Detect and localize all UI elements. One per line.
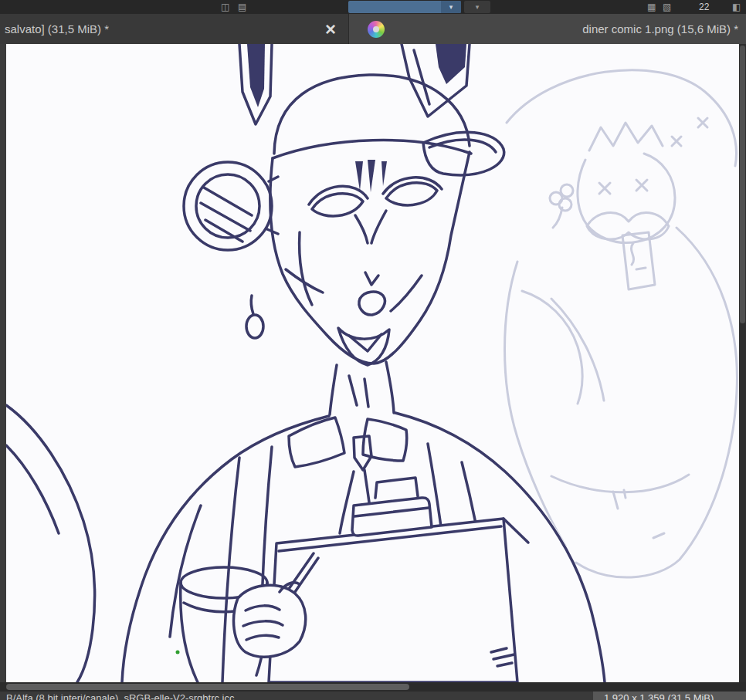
toolbar-value[interactable]: 22 [699,1,709,13]
tab-document-saved[interactable]: salvato] (31,5 MiB) * × [0,14,349,44]
close-icon[interactable]: × [319,21,342,38]
canvas-left-gutter [0,44,6,682]
canvas-area [0,44,746,682]
cursor-dot [176,651,180,654]
grid-icon[interactable]: ◫ [221,1,229,13]
vertical-scrollbar[interactable] [739,44,746,682]
color-wheel-icon [368,21,385,38]
corner-icon[interactable]: ◧ [732,1,741,13]
vertical-scrollbar-thumb[interactable] [740,46,745,323]
brush-icon[interactable]: ▦ [647,1,656,13]
status-bar: B/Alfa (8 bit interi/canale) sRGB-elle-V… [0,692,746,700]
canvas[interactable] [6,44,739,682]
toolbar: ◫ ▤ ▾ ▾ ▦ ▧ 22 ◧ [0,0,746,14]
chevron-down-icon[interactable]: ▾ [441,1,461,13]
tab-document-diner-comic[interactable]: diner comic 1.png (15,6 MiB) * [349,14,746,44]
small-dropdown[interactable]: ▾ [464,1,490,13]
swatch-icon[interactable]: ▧ [663,1,671,13]
image-dimensions[interactable]: 1.920 x 1.359 (31,5 MiB) [593,692,746,700]
horizontal-scrollbar-thumb[interactable] [6,684,409,690]
artwork [6,44,739,682]
horizontal-scrollbar[interactable] [0,682,746,692]
color-profile-info: B/Alfa (8 bit interi/canale) sRGB-elle-V… [6,692,234,700]
document-tabbar: salvato] (31,5 MiB) * × diner comic 1.pn… [0,14,746,44]
tab-label: diner comic 1.png (15,6 MiB) * [582,22,738,36]
tab-label: salvato] (31,5 MiB) * [5,22,109,36]
tool-dropdown-selected[interactable]: ▾ [348,1,461,13]
panel-icon[interactable]: ▤ [238,1,246,13]
